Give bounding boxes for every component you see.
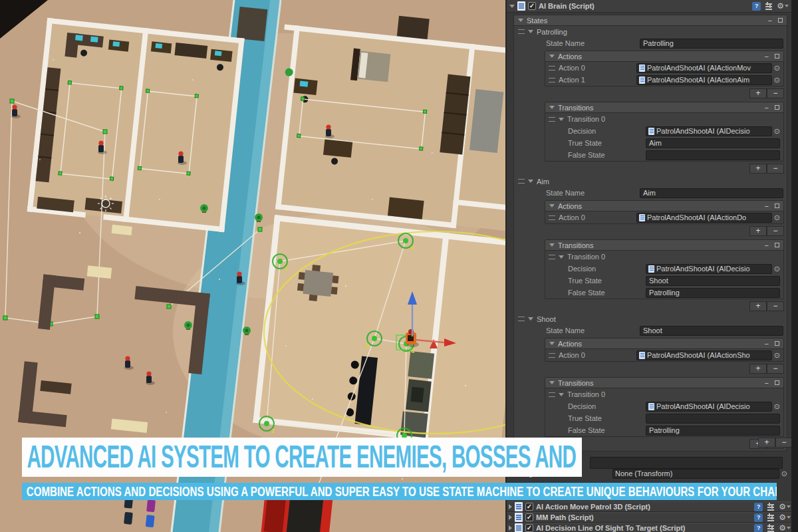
component-header-ai-brain[interactable]: ✓ AI Brain (Script) ? ⚙	[507, 0, 791, 13]
states-box-header[interactable]: States −	[514, 15, 787, 26]
false-state-input[interactable]: Patrolling	[646, 426, 780, 436]
enable-checkbox[interactable]: ✓	[528, 2, 536, 10]
help-icon[interactable]: ?	[754, 524, 763, 532]
foldout-icon[interactable]	[559, 255, 564, 259]
drag-handle-icon[interactable]	[549, 255, 555, 259]
maximize-icon[interactable]	[775, 203, 779, 208]
drag-handle-icon[interactable]	[549, 215, 555, 220]
drag-handle-icon[interactable]	[549, 392, 555, 397]
maximize-icon[interactable]	[775, 341, 779, 346]
preset-icon[interactable]	[767, 524, 775, 532]
foldout-icon[interactable]	[559, 393, 564, 396]
false-state-input[interactable]: Patrolling	[646, 288, 780, 298]
object-picker-icon[interactable]: ⊙	[774, 403, 780, 410]
remove-button[interactable]: −	[775, 438, 791, 448]
remove-button[interactable]: −	[767, 364, 784, 374]
state-foldout-row[interactable]: Aim	[514, 176, 787, 187]
enable-checkbox[interactable]: ✓	[525, 513, 533, 521]
drag-handle-icon[interactable]	[549, 66, 555, 70]
preset-icon[interactable]	[767, 503, 775, 511]
minimize-icon[interactable]: −	[768, 17, 772, 24]
preset-icon[interactable]	[767, 513, 775, 521]
action-object-field[interactable]: PatrolAndShootAI (AIActionMov	[636, 63, 772, 73]
object-picker-icon[interactable]: ⊙	[774, 128, 780, 135]
component-header-ai-action-move-patrol-3d[interactable]: ✓ AI Action Move Patrol 3D (Script) ? ⚙	[507, 501, 791, 512]
minimize-icon[interactable]: −	[765, 242, 769, 249]
component-header-mm-path[interactable]: ✓ MM Path (Script) ? ⚙	[507, 512, 791, 523]
false-state-input[interactable]	[646, 150, 780, 160]
action-object-field[interactable]: PatrolAndShootAI (AIActionDo	[636, 213, 772, 223]
drag-handle-icon[interactable]	[549, 78, 555, 82]
object-picker-icon[interactable]: ⊙	[774, 214, 780, 221]
add-button[interactable]: +	[749, 88, 767, 98]
remove-button[interactable]: −	[767, 301, 784, 311]
foldout-icon[interactable]	[549, 381, 555, 384]
drag-handle-icon[interactable]	[549, 353, 555, 358]
add-button[interactable]: +	[749, 301, 767, 311]
component-header-ai-decision-line-of-sight[interactable]: ✓ AI Decision Line Of Sight To Target (S…	[507, 523, 791, 532]
add-button[interactable]: +	[749, 164, 767, 174]
state-foldout-row[interactable]: Patrolling	[514, 26, 787, 37]
add-button[interactable]: +	[749, 226, 767, 236]
preset-icon[interactable]	[765, 2, 773, 10]
minimize-icon[interactable]: −	[765, 104, 769, 111]
foldout-icon[interactable]	[509, 5, 515, 8]
foldout-icon[interactable]	[549, 342, 555, 345]
actions-box-header[interactable]: Actions −	[545, 201, 783, 211]
foldout-icon[interactable]	[549, 55, 555, 58]
drag-handle-icon[interactable]	[518, 179, 525, 184]
drag-handle-icon[interactable]	[549, 117, 555, 122]
object-picker-icon[interactable]: ⊙	[774, 76, 780, 84]
enable-checkbox[interactable]: ✓	[525, 503, 533, 511]
action-object-field[interactable]: PatrolAndShootAI (AIActionAim	[636, 75, 772, 85]
foldout-icon[interactable]	[528, 30, 533, 33]
foldout-icon[interactable]	[509, 504, 512, 509]
actions-box-header[interactable]: Actions −	[545, 338, 783, 349]
state-name-input[interactable]: Aim	[640, 188, 783, 198]
drag-handle-icon[interactable]	[518, 317, 525, 321]
transitions-box-header[interactable]: Transitions −	[545, 378, 783, 388]
true-state-input[interactable]: Shoot	[646, 276, 780, 286]
add-button[interactable]: +	[758, 438, 775, 448]
state-foldout-row[interactable]: Shoot	[514, 313, 787, 325]
help-icon[interactable]: ?	[754, 513, 763, 522]
help-icon[interactable]: ?	[754, 503, 763, 511]
foldout-icon[interactable]	[509, 525, 512, 531]
foldout-icon[interactable]	[549, 106, 555, 109]
object-picker-icon[interactable]: ⊙	[774, 352, 780, 359]
object-picker-icon[interactable]: ⊙	[781, 470, 787, 477]
transitions-box-header[interactable]: Transitions −	[545, 102, 783, 113]
decision-object-field[interactable]: PatrolAndShootAI (AIDecisio	[646, 264, 772, 274]
maximize-icon[interactable]	[775, 54, 779, 59]
foldout-icon[interactable]	[528, 317, 533, 321]
remove-button[interactable]: −	[767, 164, 784, 174]
minimize-icon[interactable]: −	[765, 380, 769, 386]
foldout-icon[interactable]	[528, 180, 533, 183]
maximize-icon[interactable]	[775, 380, 779, 385]
state-name-input[interactable]: Patrolling	[640, 39, 783, 49]
gear-menu[interactable]: ⚙	[777, 2, 789, 10]
drag-handle-icon[interactable]	[518, 29, 525, 34]
remove-button[interactable]: −	[767, 88, 784, 98]
add-button[interactable]: +	[749, 364, 767, 374]
true-state-input[interactable]	[646, 414, 780, 424]
minimize-icon[interactable]: −	[765, 340, 769, 347]
foldout-icon[interactable]	[509, 515, 512, 520]
foldout-icon[interactable]	[549, 204, 555, 207]
action-object-field[interactable]: PatrolAndShootAI (AIActionSho	[636, 350, 772, 360]
object-picker-icon[interactable]: ⊙	[774, 265, 780, 273]
state-name-input[interactable]: Shoot	[640, 326, 783, 336]
target-object-field[interactable]: None (Transform)	[612, 469, 779, 479]
minimize-icon[interactable]: −	[765, 53, 769, 60]
transitions-box-header[interactable]: Transitions −	[545, 240, 783, 251]
actions-box-header[interactable]: Actions −	[545, 51, 783, 62]
maximize-icon[interactable]	[778, 18, 783, 23]
gear-menu[interactable]: ⚙	[779, 503, 791, 511]
minimize-icon[interactable]: −	[765, 203, 769, 209]
foldout-icon[interactable]	[549, 243, 555, 247]
object-picker-icon[interactable]: ⊙	[774, 65, 780, 72]
remove-button[interactable]: −	[767, 226, 784, 236]
decision-object-field[interactable]: PatrolAndShootAI (AIDecisio	[646, 402, 772, 412]
true-state-input[interactable]: Aim	[646, 138, 780, 148]
maximize-icon[interactable]	[775, 243, 779, 247]
